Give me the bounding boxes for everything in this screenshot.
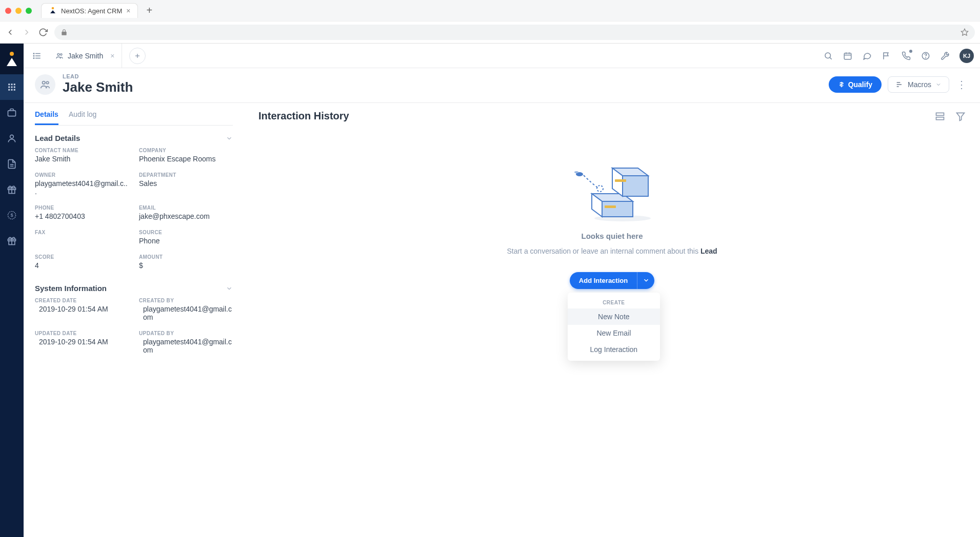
browser-chrome: NextOS: Agent CRM × + xyxy=(0,0,980,44)
rail-gift2-icon[interactable] xyxy=(0,228,24,254)
search-icon[interactable] xyxy=(823,51,833,61)
svg-rect-54 xyxy=(605,205,616,208)
add-interaction-dropdown-toggle[interactable] xyxy=(637,272,654,289)
more-actions-button[interactable]: ⋮ xyxy=(955,78,968,91)
field-updated-by: UPDATED BY playgametest4041@gmail.com xyxy=(139,331,233,354)
field-created-date: CREATED DATE 2019-10-29 01:54 AM xyxy=(35,298,129,321)
rail-contact-icon[interactable] xyxy=(0,126,24,151)
chevron-down-icon xyxy=(226,285,233,292)
settings-icon[interactable] xyxy=(940,51,950,61)
svg-text:$: $ xyxy=(10,213,13,218)
svg-point-31 xyxy=(61,53,62,55)
system-info-fields: CREATED DATE 2019-10-29 01:54 AM CREATED… xyxy=(35,298,233,354)
section-system-info-header[interactable]: System Information xyxy=(35,284,233,293)
workspace-tab[interactable]: Jake Smith × xyxy=(48,44,122,68)
user-avatar[interactable]: KJ xyxy=(959,49,974,63)
svg-point-2 xyxy=(10,52,14,56)
add-interaction-button[interactable]: Add Interaction xyxy=(570,272,637,289)
workspace-tab-label: Jake Smith xyxy=(68,52,103,60)
field-owner: OWNER playgametest4041@gmail.c... xyxy=(35,172,129,196)
svg-marker-53 xyxy=(602,201,633,217)
dropdown-item-new-note[interactable]: New Note xyxy=(568,308,660,325)
browser-tab[interactable]: NextOS: Agent CRM × xyxy=(41,3,138,18)
interaction-history-panel: Interaction History xyxy=(244,103,980,537)
svg-rect-4 xyxy=(11,84,13,85)
field-score: SCORE 4 xyxy=(35,254,129,270)
dropdown-item-log-interaction[interactable]: Log Interaction xyxy=(568,341,660,358)
window-minimize-button[interactable] xyxy=(15,8,22,14)
app-logo[interactable] xyxy=(0,44,24,74)
empty-state-text: Start a conversation or leave an interna… xyxy=(479,246,746,257)
svg-line-35 xyxy=(830,57,831,59)
field-email: EMAIL jake@phxescape.com xyxy=(139,205,233,220)
dropdown-header: CREATE xyxy=(568,296,660,308)
workspace-list-icon[interactable] xyxy=(30,49,44,63)
phone-icon[interactable] xyxy=(901,51,911,61)
svg-marker-1 xyxy=(961,29,968,35)
lock-icon xyxy=(61,29,68,36)
address-bar-row xyxy=(0,21,980,43)
left-nav-rail: $ xyxy=(0,44,24,537)
record-type-icon xyxy=(35,74,55,95)
field-phone: PHONE +1 4802700403 xyxy=(35,205,129,220)
flag-icon[interactable] xyxy=(882,51,892,61)
field-fax: FAX xyxy=(35,230,129,245)
section-lead-details-title: Lead Details xyxy=(35,134,80,142)
chevron-down-icon xyxy=(226,135,233,142)
star-icon[interactable] xyxy=(961,28,969,36)
window-controls: NextOS: Agent CRM × + xyxy=(0,0,980,21)
chat-icon[interactable] xyxy=(862,51,872,61)
svg-point-60 xyxy=(574,171,578,173)
calendar-icon[interactable] xyxy=(843,51,853,61)
qualify-button[interactable]: Qualify xyxy=(829,76,882,93)
browser-tab-close-button[interactable]: × xyxy=(126,7,130,15)
svg-rect-47 xyxy=(936,113,944,115)
tab-audit-log[interactable]: Audit log xyxy=(69,110,96,125)
rail-money-icon[interactable]: $ xyxy=(0,202,24,228)
svg-rect-12 xyxy=(8,111,16,116)
window-maximize-button[interactable] xyxy=(26,8,32,14)
record-actions: Qualify Macros ⋮ xyxy=(829,76,968,93)
svg-rect-7 xyxy=(11,87,13,88)
workspace-tab-close-button[interactable]: × xyxy=(110,52,114,60)
filter-icon[interactable] xyxy=(955,111,966,121)
address-bar[interactable] xyxy=(54,25,975,40)
svg-point-0 xyxy=(52,7,54,10)
lead-details-fields: CONTACT NAME Jake Smith COMPANY Phoenix … xyxy=(35,148,233,270)
workspace-right-tools: KJ xyxy=(823,49,974,63)
rail-document-icon[interactable] xyxy=(0,151,24,177)
tab-details[interactable]: Details xyxy=(35,110,58,125)
main-area: Jake Smith × KJ LEAD xyxy=(24,44,980,537)
browser-tab-title: NextOS: Agent CRM xyxy=(61,7,122,15)
forward-button[interactable] xyxy=(22,27,32,37)
svg-rect-10 xyxy=(11,89,13,91)
dropdown-item-new-email[interactable]: New Email xyxy=(568,325,660,341)
svg-rect-11 xyxy=(14,89,15,91)
interaction-history-header: Interaction History xyxy=(258,110,966,122)
field-created-by: CREATED BY playgametest4041@gmail.com xyxy=(139,298,233,321)
rail-gift-icon[interactable] xyxy=(0,177,24,202)
new-tab-button[interactable]: + xyxy=(146,5,152,16)
field-updated-date: UPDATED DATE 2019-10-29 01:54 AM xyxy=(35,331,129,354)
window-close-button[interactable] xyxy=(5,8,11,14)
add-workspace-button[interactable] xyxy=(129,48,146,64)
back-button[interactable] xyxy=(5,27,15,37)
reload-button[interactable] xyxy=(38,27,48,37)
help-icon[interactable] xyxy=(921,51,931,61)
section-lead-details-header[interactable]: Lead Details xyxy=(35,134,233,142)
content-split: Details Audit log Lead Details CONTACT N… xyxy=(24,103,980,537)
svg-point-61 xyxy=(597,185,603,192)
rail-briefcase-icon[interactable] xyxy=(0,100,24,126)
details-tabs: Details Audit log xyxy=(35,110,233,126)
empty-state-title: Looks quiet here xyxy=(479,232,746,240)
macros-button[interactable]: Macros xyxy=(888,76,949,93)
svg-point-30 xyxy=(57,53,59,55)
rail-apps-icon[interactable] xyxy=(0,74,24,100)
add-interaction-dropdown: CREATE New Note New Email Log Interactio… xyxy=(568,293,660,361)
layout-icon[interactable] xyxy=(935,111,945,121)
empty-state-illustration xyxy=(561,153,664,224)
svg-rect-3 xyxy=(8,84,10,85)
svg-rect-6 xyxy=(8,87,10,88)
svg-rect-48 xyxy=(936,117,944,119)
workspace-bar: Jake Smith × KJ xyxy=(24,44,980,68)
